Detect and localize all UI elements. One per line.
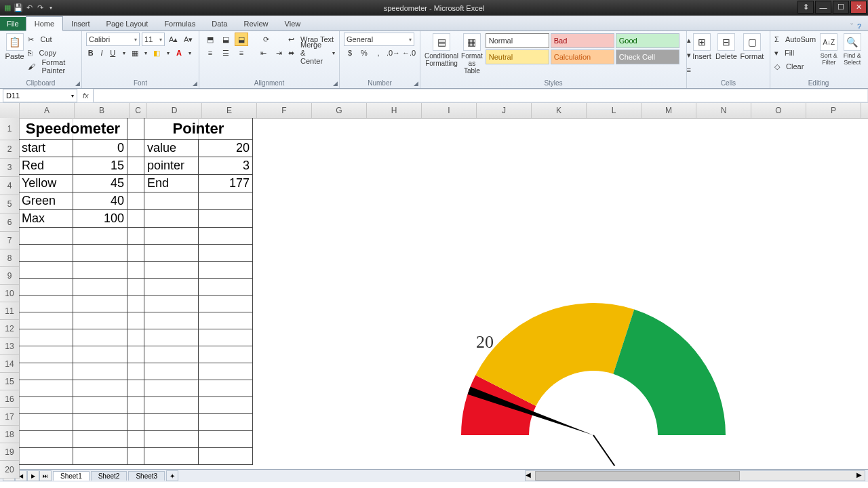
row-header-6[interactable]: 6 [0,214,19,232]
shrink-font-button[interactable]: A▾ [182,33,195,46]
format-as-table-button[interactable]: ▦Format as Table [461,33,483,75]
cell-E3[interactable]: 3 [199,157,253,175]
underline-dropdown[interactable]: ▾ [119,46,128,60]
col-header-D[interactable]: D [147,103,202,118]
cell-E9[interactable] [199,262,253,279]
speedometer-chart[interactable]: 20 [451,289,736,466]
cell-B8[interactable] [73,245,127,262]
cell-A19[interactable] [19,431,73,448]
cell-D11[interactable] [144,296,199,312]
cell-E8[interactable] [199,245,253,262]
bold-button[interactable]: B [86,46,95,60]
paste-button[interactable]: 📋 Paste [4,33,25,60]
col-header-P[interactable]: P [806,103,861,118]
row-header-4[interactable]: 4 [0,177,19,195]
cell-E17[interactable] [199,397,253,414]
cell-C8[interactable] [127,245,144,262]
cell-A8[interactable] [19,245,73,262]
cell-A6[interactable]: Max [19,210,73,228]
row-header-14[interactable]: 14 [0,355,19,373]
row-header-20[interactable]: 20 [0,461,19,479]
row-header-18[interactable]: 18 [0,426,19,443]
cell-D10[interactable] [144,279,199,296]
cell-A7[interactable] [19,228,73,245]
merge-center-button[interactable]: ⬌ Merge & Center ▾ [288,47,335,59]
cell-C2[interactable] [127,140,144,157]
minimize-button[interactable]: — [815,1,831,14]
cell-D17[interactable] [144,397,199,414]
maximize-button[interactable]: ☐ [833,1,849,14]
cell-D3[interactable]: pointer [144,157,199,175]
tab-home[interactable]: Home [26,16,63,31]
help-icon[interactable]: ? [857,22,861,30]
cell-A13[interactable] [19,329,73,346]
cell-E20[interactable] [199,448,253,465]
fill-button[interactable]: ▾ Fill [774,47,816,59]
cell-D7[interactable] [144,228,199,245]
row-header-3[interactable]: 3 [0,159,19,177]
style-bad[interactable]: Bad [551,33,614,48]
cell-A18[interactable] [19,414,73,431]
cell-C14[interactable] [127,346,144,363]
align-left-button[interactable]: ≡ [203,46,217,60]
row-header-7[interactable]: 7 [0,232,19,249]
align-right-button[interactable]: ≡ [235,46,248,60]
row-header-9[interactable]: 9 [0,267,19,285]
row-header-5[interactable]: 5 [0,195,19,214]
cell-A12[interactable] [19,312,73,329]
cell-C18[interactable] [127,414,144,431]
cell-D9[interactable] [144,262,199,279]
cell-B4[interactable]: 45 [73,175,127,192]
cell-B9[interactable] [73,262,127,279]
col-header-E[interactable]: E [202,103,257,118]
row-header-10[interactable]: 10 [0,285,19,302]
row-header-11[interactable]: 11 [0,302,19,320]
cell-A15[interactable] [19,363,73,380]
borders-button[interactable]: ▦ [130,46,139,60]
col-header-B[interactable]: B [75,103,130,118]
cell-C3[interactable] [127,157,144,175]
cell-C4[interactable] [127,175,144,192]
cell-A4[interactable]: Yellow [19,175,73,192]
undo-icon[interactable]: ↶ [24,3,34,13]
alignment-dialog-launcher[interactable]: ◢ [333,80,338,87]
format-cells-button[interactable]: ▢Format [740,33,764,60]
cell-D19[interactable] [144,431,199,448]
conditional-formatting-button[interactable]: ▤Conditional Formatting [425,33,458,67]
cell-D16[interactable] [144,380,199,397]
italic-button[interactable]: I [97,46,106,60]
cell-D15[interactable] [144,363,199,380]
cells-grid[interactable]: SpeedometerPointerstart0Red15Yellow45Gre… [19,118,868,469]
col-header-I[interactable]: I [422,103,477,118]
align-top-button[interactable]: ⬒ [203,33,217,46]
cell-E13[interactable] [199,329,253,346]
row-header-17[interactable]: 17 [0,408,19,426]
font-dialog-launcher[interactable]: ◢ [193,80,197,87]
cell-A1[interactable]: Speedometer [19,118,127,140]
cell-C9[interactable] [127,262,144,279]
fill-dropdown[interactable]: ▾ [163,46,172,60]
accounting-button[interactable]: $ [344,46,356,60]
cell-B16[interactable] [73,380,127,397]
cell-B7[interactable] [73,228,127,245]
align-bottom-button[interactable]: ⬓ [235,33,248,46]
row-header-12[interactable]: 12 [0,320,19,338]
cell-A3[interactable]: Red [19,157,73,175]
cell-D12[interactable] [144,312,199,329]
cell-A11[interactable] [19,296,73,312]
col-header-A[interactable]: A [20,103,75,118]
worksheet[interactable]: ABCDEFGHIJKLMNOP 12345678910111213141516… [0,103,868,469]
cell-C19[interactable] [127,431,144,448]
cell-D18[interactable] [144,414,199,431]
tab-page-layout[interactable]: Page Layout [98,17,157,30]
cell-B2[interactable]: 0 [73,140,127,157]
cell-B5[interactable]: 40 [73,192,127,210]
close-button[interactable]: ✕ [850,1,867,14]
col-header-K[interactable]: K [532,103,587,118]
cell-B6[interactable]: 100 [73,210,127,228]
cell-D20[interactable] [144,448,199,465]
grow-font-button[interactable]: A▴ [167,33,180,46]
borders-dropdown[interactable]: ▾ [141,46,150,60]
cell-D14[interactable] [144,346,199,363]
col-header-C[interactable]: C [130,103,147,118]
